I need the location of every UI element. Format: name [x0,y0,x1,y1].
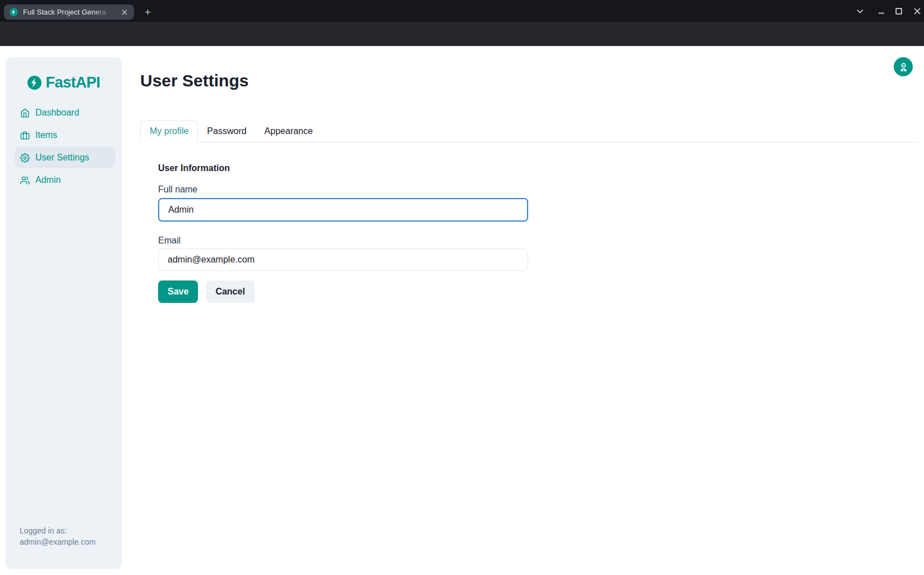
sidebar-item-label: Dashboard [35,108,79,118]
tab-appearance[interactable]: Appearance [256,120,322,142]
email-input[interactable] [158,249,528,271]
section-title: User Information [158,162,528,174]
briefcase-icon [20,131,30,140]
sidebar: FastAPI Dashboard Items User Settings [6,57,122,569]
home-icon [20,108,30,118]
fastapi-favicon-icon [10,8,18,16]
window-maximize-button[interactable] [890,0,907,22]
logo-text: FastAPI [45,74,100,91]
sidebar-item-label: Items [35,130,57,140]
form-actions: Save Cancel [158,280,528,303]
email-label: Email [158,234,528,247]
logged-in-email: admin@example.com [20,536,96,548]
sidebar-item-label: Admin [35,175,61,185]
gear-icon [20,153,30,163]
window-minimize-button[interactable] [873,0,890,22]
users-icon [20,176,30,185]
browser-tab[interactable]: Full Stack Project Genera [4,4,134,20]
cancel-button[interactable]: Cancel [206,280,254,303]
full-name-label: Full name [158,183,528,196]
astronaut-user-icon [898,62,909,72]
sidebar-item-user-settings[interactable]: User Settings [15,147,116,168]
sidebar-item-admin[interactable]: Admin [15,169,116,191]
tab-search-chevron-icon[interactable] [852,0,868,22]
sidebar-item-dashboard[interactable]: Dashboard [15,102,116,123]
sidebar-item-label: User Settings [35,153,89,163]
page-title: User Settings [140,71,248,91]
sidebar-footer: Logged in as: admin@example.com [20,525,96,548]
tab-password[interactable]: Password [198,120,255,142]
sidebar-item-items[interactable]: Items [15,125,116,146]
user-menu-avatar-button[interactable] [894,57,913,76]
tab-my-profile[interactable]: My profile [140,120,198,142]
browser-window: Full Stack Project Genera + localhost/se… [0,0,924,575]
new-tab-button[interactable]: + [141,5,155,19]
browser-toolbar: localhost/settings 1 [0,22,924,46]
tab-title: Full Stack Project Genera [23,8,113,16]
full-name-input[interactable] [158,198,528,222]
save-button[interactable]: Save [158,280,198,303]
app-page: FastAPI Dashboard Items User Settings [0,46,924,575]
tab-close-icon[interactable] [119,7,130,17]
user-information-form: User Information Full name Email Save Ca… [158,162,528,303]
fastapi-logo: FastAPI [6,74,122,91]
settings-tabs: My profile Password Appearance [140,120,917,142]
sidebar-nav: Dashboard Items User Settings Admin [6,102,122,192]
fastapi-logo-icon [27,76,41,90]
browser-tab-strip: Full Stack Project Genera + [0,0,924,22]
window-close-button[interactable] [909,0,924,22]
logged-in-as-label: Logged in as: [20,525,96,536]
